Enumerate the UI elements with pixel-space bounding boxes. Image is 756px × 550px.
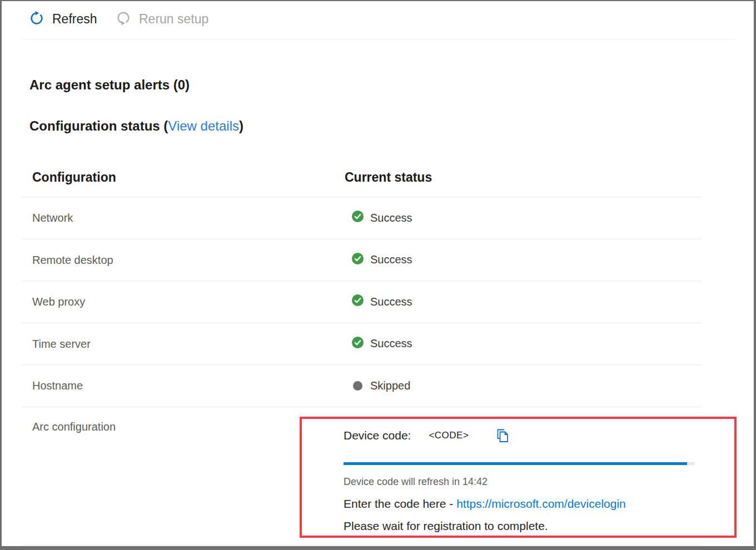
table-row: Hostname Skipped — [22, 365, 702, 407]
device-code-countdown: Device code will refresh in 14:42 — [344, 476, 488, 488]
copy-icon — [494, 437, 510, 445]
success-icon — [352, 253, 364, 267]
configuration-status-table: Configuration Current status Network Suc… — [22, 162, 702, 546]
status-text: Success — [370, 253, 412, 266]
success-icon — [352, 211, 364, 225]
config-row-label: Web proxy — [32, 296, 85, 308]
config-row-label: Remote desktop — [32, 254, 113, 267]
config-row-label: Hostname — [32, 379, 83, 392]
rerun-setup-button[interactable]: Rerun setup — [112, 8, 212, 31]
toolbar-divider — [23, 39, 735, 40]
table-row: Web proxy Success — [22, 281, 702, 323]
config-row-label: Time server — [32, 338, 91, 351]
device-code-highlight-box: Device code: <CODE> — [300, 417, 737, 538]
status-text: Success — [370, 337, 412, 350]
table-row-arc-configuration: Arc configuration Device code: <CODE> — [22, 407, 702, 546]
skipped-icon — [353, 381, 362, 391]
success-icon — [352, 337, 364, 351]
copy-button[interactable] — [494, 428, 510, 443]
refresh-icon — [28, 10, 45, 28]
table-row: Time server Success — [22, 323, 702, 366]
config-row-status: Success — [352, 281, 412, 323]
table-header-row: Configuration Current status — [22, 162, 702, 197]
success-icon — [352, 294, 364, 309]
config-row-status: Skipped — [352, 365, 410, 407]
device-code-progress — [344, 462, 694, 465]
device-code-line: Device code: <CODE> — [344, 428, 510, 443]
device-code-value: <CODE> — [429, 430, 469, 441]
rerun-setup-label: Rerun setup — [139, 12, 208, 27]
window-frame: Refresh Rerun setup Arc agent setup aler… — [0, 0, 756, 550]
config-row-label: Network — [32, 212, 73, 224]
config-row-label: Arc configuration — [32, 421, 116, 433]
config-row-status: Success — [352, 239, 412, 281]
view-details-link[interactable]: View details — [168, 118, 239, 133]
refresh-label: Refresh — [52, 12, 97, 27]
config-row-status: Success — [352, 323, 412, 365]
enter-code-prefix: Enter the code here - — [344, 497, 456, 510]
table-row: Network Success — [22, 197, 702, 239]
status-text: Success — [370, 296, 412, 308]
column-header-current-status: Current status — [345, 170, 432, 185]
alerts-heading: Arc agent setup alerts (0) — [29, 77, 190, 93]
config-row-status: Success — [352, 197, 412, 239]
config-status-heading-suffix: ) — [239, 118, 243, 133]
config-status-heading-prefix: Configuration status ( — [29, 118, 168, 133]
table-row: Remote desktop Success — [22, 239, 702, 282]
status-text: Skipped — [370, 379, 410, 392]
devicelogin-link[interactable]: https://microsoft.com/devicelogin — [456, 497, 626, 510]
column-header-configuration: Configuration — [32, 170, 116, 185]
enter-code-line: Enter the code here - https://microsoft.… — [344, 497, 626, 511]
device-code-label: Device code: — [344, 429, 411, 442]
refresh-button[interactable]: Refresh — [25, 8, 101, 31]
device-code-progress-fill — [344, 462, 687, 465]
config-status-heading: Configuration status (View details) — [29, 118, 243, 134]
registration-wait-text: Please wait for registration to complete… — [344, 519, 548, 533]
status-text: Success — [370, 212, 412, 224]
rerun-setup-icon — [115, 10, 132, 28]
